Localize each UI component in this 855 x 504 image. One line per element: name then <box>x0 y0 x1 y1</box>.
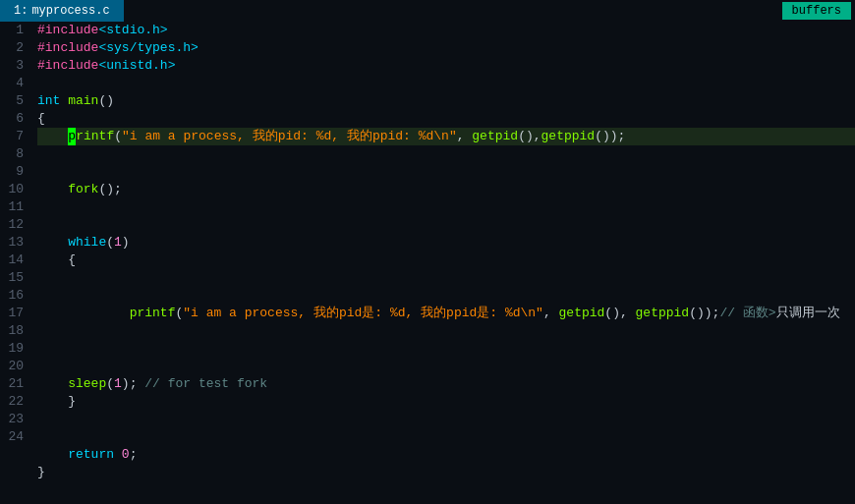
code-line-8 <box>37 145 855 163</box>
ln-1: 1 <box>0 22 24 39</box>
code-line-7: printf("i am a process, 我的pid: %d, 我的ppi… <box>37 128 855 145</box>
ln-7: 7 <box>0 128 24 145</box>
code-line-5: int main() <box>37 92 855 110</box>
str-16: "i am a process, 我的pid是: %d, 我的ppid是: %d… <box>183 306 543 320</box>
tab-item[interactable]: 1: myprocess.c <box>0 0 124 22</box>
ln-3: 3 <box>0 57 24 75</box>
tab-filename: myprocess.c <box>31 4 109 18</box>
return-space <box>114 446 122 464</box>
comment-wrap-16: 只调用一次 <box>776 306 840 320</box>
code-line-15 <box>37 269 855 287</box>
comment-19: // for test fork <box>137 375 267 393</box>
ln-14: 14 <box>0 252 24 269</box>
str-7: "i am a process, 我的pid: %d, 我的ppid: %d\n… <box>122 128 457 145</box>
getppid-7: getppid <box>542 128 596 145</box>
sleep-close: ); <box>122 375 138 393</box>
code-line-13: while(1) <box>37 234 855 252</box>
num-1: 1 <box>114 234 122 252</box>
fork-paren: (); <box>98 181 121 198</box>
sleep-paren: ( <box>106 375 114 393</box>
include-keyword-3: #include <box>37 57 98 75</box>
ln-15: 15 <box>0 269 24 287</box>
while-paren: ( <box>106 234 114 252</box>
code-line-24: } <box>37 464 855 481</box>
ln-4: 4 <box>0 75 24 92</box>
kw-while: while <box>68 234 106 252</box>
code-content: #include<stdio.h> #include<sys/types.h> … <box>29 22 855 504</box>
code-line-20: } <box>37 393 855 411</box>
ln-6: 6 <box>0 110 24 128</box>
indent-14: { <box>37 252 76 269</box>
end-16: ()); <box>689 306 719 320</box>
paren-7: ( <box>114 128 122 145</box>
cursor: p <box>68 128 76 145</box>
code-line-9 <box>37 163 855 181</box>
ln-21: 21 <box>0 375 24 393</box>
ln-24: 24 <box>0 428 24 446</box>
code-line-23: return 0; <box>37 446 855 464</box>
ln-16: 16 <box>0 287 24 305</box>
include-path-3: <unistd.h> <box>98 57 175 75</box>
indent-10 <box>37 181 68 198</box>
ln-19: 19 <box>0 340 24 358</box>
indent-13 <box>37 234 68 252</box>
comma2-16: (), <box>604 306 635 320</box>
indent-19 <box>37 375 68 393</box>
include-keyword-1: #include <box>37 22 98 39</box>
ln-20: 20 <box>0 358 24 375</box>
getpid-7: getpid <box>472 128 518 145</box>
indent-7 <box>37 128 68 145</box>
getpid-16: getpid <box>559 306 605 320</box>
fn-main: main <box>68 92 98 110</box>
comma-16: , <box>543 306 559 320</box>
tab-bar: 1: myprocess.c buffers <box>0 0 855 22</box>
ln-23: 23 <box>0 411 24 428</box>
code-line-4 <box>37 75 855 92</box>
code-line-2: #include<sys/types.h> <box>37 39 855 57</box>
brace-open: { <box>37 110 45 128</box>
ln-11: 11 <box>0 198 24 216</box>
code-line-12 <box>37 216 855 234</box>
include-path-1: <stdio.h> <box>98 22 167 39</box>
ln-12: 12 <box>0 216 24 234</box>
ln-13: 13 <box>0 234 24 252</box>
code-line-19: sleep(1); // for test fork <box>37 375 855 393</box>
ln-18: 18 <box>0 322 24 340</box>
line-numbers: 1 2 3 4 5 6 7 8 9 10 11 12 13 14 15 16 1… <box>0 22 29 504</box>
comment-16: // 函数> <box>719 306 775 320</box>
kw-return: return <box>68 446 114 464</box>
ln-17: 17 <box>0 305 24 322</box>
comma2-7: (), <box>518 128 541 145</box>
ln-2: 2 <box>0 39 24 57</box>
getppid-16: getppid <box>636 306 690 320</box>
code-line-22 <box>37 428 855 446</box>
code-line-11 <box>37 198 855 216</box>
indent-16 <box>98 306 129 320</box>
end-7: ()); <box>595 128 625 145</box>
comma-7: , <box>457 128 473 145</box>
include-path-2: <sys/types.h> <box>98 39 198 57</box>
ln-9: 9 <box>0 163 24 181</box>
num-0: 0 <box>122 446 130 464</box>
return-semi: ; <box>130 446 138 464</box>
printf-fn-7: rintf <box>76 128 114 145</box>
while-close: ) <box>122 234 130 252</box>
buffers-button[interactable]: buffers <box>782 2 851 20</box>
kw-int: int <box>37 92 60 110</box>
code-line-17 <box>37 340 855 358</box>
code-line-1: #include<stdio.h> <box>37 22 855 39</box>
ln-22: 22 <box>0 393 24 411</box>
ln-5: 5 <box>0 92 24 110</box>
indent-23 <box>37 446 68 464</box>
tab-number: 1: <box>14 4 28 18</box>
ln-8: 8 <box>0 145 24 163</box>
sleep-fn: sleep <box>68 375 106 393</box>
editor: 1: myprocess.c buffers 1 2 3 4 5 6 7 8 9… <box>0 0 855 504</box>
printf-fn-16: printf <box>130 306 176 320</box>
main-paren: () <box>98 92 114 110</box>
brace-close: } <box>37 464 45 481</box>
code-line-10: fork(); <box>37 181 855 198</box>
code-line-21 <box>37 411 855 428</box>
indent-20: } <box>37 393 76 411</box>
code-line-16: printf("i am a process, 我的pid是: %d, 我的pp… <box>37 287 855 340</box>
